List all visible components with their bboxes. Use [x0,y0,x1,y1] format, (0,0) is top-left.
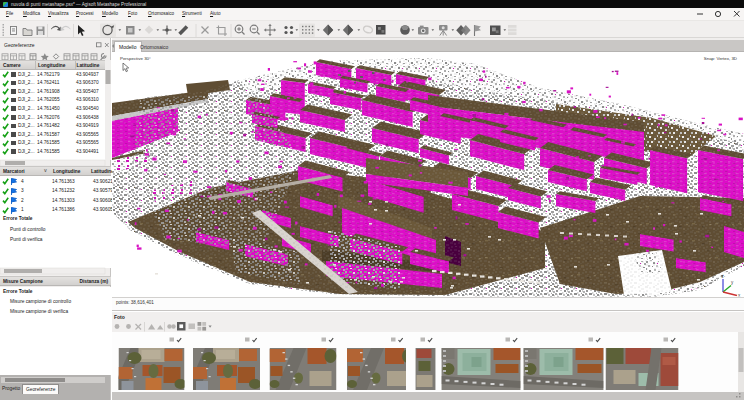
svg-text:y: y [731,280,734,285]
svg-text:x: x [738,293,741,298]
